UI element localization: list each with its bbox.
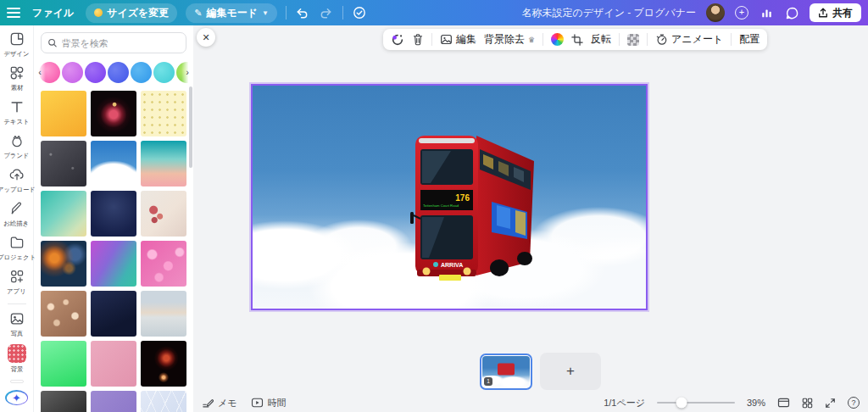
sidebar-item-projects[interactable]: プロジェクト — [0, 234, 34, 262]
background-tile[interactable] — [91, 341, 136, 387]
sparkle-icon: ✦ — [12, 392, 21, 404]
background-tile[interactable] — [91, 141, 136, 187]
swatch-prev-button[interactable]: ‹ — [34, 61, 46, 83]
ai-magic-icon — [391, 33, 404, 47]
background-tile[interactable] — [141, 91, 186, 136]
chevron-down-icon: ▼ — [262, 9, 269, 17]
transparency-button[interactable] — [627, 34, 639, 46]
background-remover-button[interactable]: 背景除去 ♛ — [484, 32, 535, 47]
search-bar[interactable] — [41, 32, 186, 53]
position-button[interactable]: 配置 — [739, 32, 760, 47]
add-page-button[interactable]: + — [540, 353, 601, 390]
file-menu-button[interactable]: ファイル — [29, 6, 77, 20]
background-tile[interactable] — [141, 291, 186, 337]
page-indicator: 1/1ページ — [604, 397, 645, 409]
page-thumbnail[interactable]: 1 — [480, 354, 532, 390]
swatch-next-button[interactable]: › — [181, 61, 193, 83]
background-tile[interactable] — [91, 241, 136, 287]
crop-button[interactable] — [571, 34, 583, 46]
transparency-checker-icon — [627, 34, 639, 46]
notes-label: メモ — [218, 397, 237, 409]
redo-button[interactable] — [319, 5, 334, 20]
sidebar-item-design[interactable]: デザイン — [0, 31, 34, 58]
background-tile[interactable] — [41, 291, 86, 337]
upload-icon — [818, 8, 828, 19]
bus-route-number: 176 — [455, 193, 470, 203]
edit-mode-button[interactable]: ✎ 編集モード ▼ — [186, 3, 277, 23]
sidebar-item-uploads[interactable]: アップロード — [0, 166, 34, 194]
add-member-button[interactable]: + — [735, 6, 748, 19]
bus-image[interactable]: 176 Tottenham Court Road ARRIVA — [392, 112, 561, 281]
background-tile[interactable] — [41, 341, 86, 387]
panel-close-button[interactable]: ✕ — [197, 28, 215, 47]
crop-icon — [571, 34, 583, 46]
text-icon — [8, 98, 25, 115]
divider — [431, 33, 432, 46]
zoom-slider-handle[interactable] — [676, 398, 687, 409]
design-page[interactable]: 176 Tottenham Court Road ARRIVA — [251, 84, 648, 310]
hamburger-menu-icon[interactable] — [7, 8, 20, 18]
background-tile[interactable] — [91, 391, 136, 412]
background-tile[interactable] — [41, 141, 86, 187]
edit-image-button[interactable]: 編集 — [440, 32, 476, 47]
background-tile[interactable] — [141, 341, 186, 387]
help-button[interactable]: ? — [848, 397, 860, 409]
background-tile[interactable] — [91, 191, 136, 237]
sidebar-item-draw[interactable]: お絵描き — [0, 200, 34, 228]
animate-button[interactable]: アニメート — [655, 32, 723, 47]
flip-button[interactable]: 反転 — [591, 32, 611, 47]
zoom-slider[interactable] — [657, 402, 735, 404]
color-swatch[interactable] — [85, 62, 106, 83]
edit-label: 編集 — [456, 32, 476, 47]
ai-assistant-button[interactable]: ✦ — [5, 390, 28, 405]
color-swatch[interactable] — [153, 62, 175, 83]
background-tile[interactable] — [91, 91, 136, 136]
grid-view-icon[interactable] — [802, 398, 813, 409]
pencil-icon: ✎ — [194, 8, 202, 19]
delete-button[interactable] — [412, 33, 424, 46]
cloud-save-status-icon[interactable] — [352, 5, 367, 20]
background-tile[interactable] — [141, 141, 186, 187]
sidebar-item-brand[interactable]: ブランド — [0, 132, 34, 160]
color-swatch[interactable] — [108, 62, 129, 83]
background-tile[interactable] — [141, 391, 186, 412]
color-swatch[interactable] — [131, 62, 152, 83]
sidebar-item-photos[interactable]: 写真 — [0, 310, 34, 338]
avatar[interactable] — [706, 3, 725, 22]
background-tile-grid — [34, 91, 193, 412]
share-button[interactable]: 共有 — [810, 3, 861, 22]
panel-scrollbar[interactable] — [189, 86, 192, 168]
sidebar-item-more-faded[interactable] — [10, 380, 24, 383]
color-swatch[interactable] — [62, 62, 83, 83]
resize-button[interactable]: サイズを変更 — [86, 3, 177, 23]
comments-bubble-icon[interactable] — [784, 5, 799, 20]
background-tile[interactable] — [41, 391, 86, 412]
insights-bar-chart-icon[interactable] — [759, 5, 774, 20]
search-input[interactable] — [62, 38, 180, 48]
edit-mode-label: 編集モード — [206, 6, 258, 20]
zoom-percent[interactable]: 39% — [747, 398, 765, 408]
design-title[interactable]: 名称未設定のデザイン - ブログバナー — [522, 6, 696, 20]
background-tile[interactable] — [91, 291, 136, 337]
animate-label: アニメート — [671, 32, 723, 47]
ai-edit-button[interactable] — [391, 33, 404, 47]
flip-label: 反転 — [591, 32, 611, 47]
sidebar-item-apps[interactable]: アプリ — [0, 268, 34, 296]
sidebar-item-background[interactable]: 背景 — [0, 344, 34, 374]
background-tile[interactable] — [41, 91, 86, 136]
duration-button[interactable]: 時間 — [251, 397, 287, 409]
notes-button[interactable]: メモ — [202, 397, 237, 409]
fullscreen-icon[interactable] — [825, 398, 836, 409]
background-tile[interactable] — [141, 191, 186, 237]
background-tile[interactable] — [41, 191, 86, 237]
sidebar-item-elements[interactable]: 素材 — [0, 64, 34, 92]
bus-destination: Tottenham Court Road — [423, 203, 459, 208]
background-tile[interactable] — [41, 241, 86, 287]
background-tile[interactable] — [141, 241, 186, 287]
apps-grid-icon — [8, 268, 25, 285]
presentation-view-icon[interactable] — [777, 398, 790, 408]
sidebar-item-text[interactable]: テキスト — [0, 98, 34, 126]
workspace: 編集 背景除去 ♛ 反転 アニメート 配置 — [193, 25, 868, 412]
undo-button[interactable] — [295, 5, 310, 20]
color-button[interactable] — [551, 33, 564, 46]
